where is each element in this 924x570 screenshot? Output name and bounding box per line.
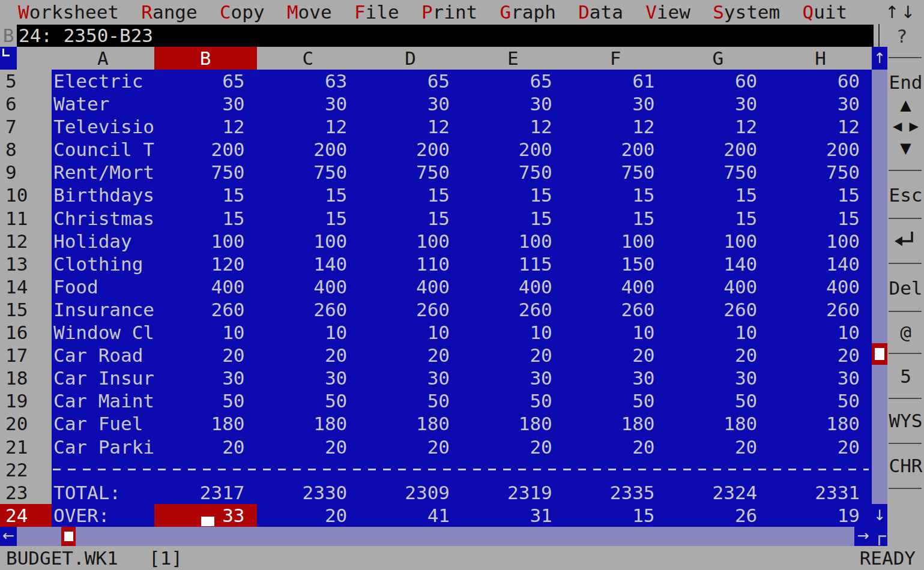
cell-B10[interactable]: 15 (154, 184, 257, 206)
cell-A20[interactable]: Car Fuel (52, 412, 154, 435)
cell-D12[interactable]: 100 (359, 230, 462, 253)
row-header-23[interactable]: 23 (0, 481, 52, 504)
cell-D19[interactable]: 50 (359, 389, 462, 412)
column-header-E[interactable]: E (462, 47, 564, 70)
cell-G20[interactable]: 180 (667, 412, 770, 435)
cell-G23[interactable]: 2324 (667, 481, 770, 504)
cell-B8[interactable]: 200 (154, 138, 257, 161)
cell-F8[interactable]: 200 (564, 138, 667, 161)
cell-A5[interactable]: Electric (52, 70, 154, 92)
cell-H11[interactable]: 15 (769, 207, 872, 230)
cell-E9[interactable]: 750 (462, 161, 564, 184)
up-arrow-button[interactable]: ▲ (887, 96, 924, 114)
cell-A23[interactable]: TOTAL: (52, 481, 154, 504)
cell-E6[interactable]: 30 (462, 92, 564, 115)
cell-H18[interactable]: 30 (769, 367, 872, 389)
cell-F21[interactable]: 20 (564, 436, 667, 458)
cell-D23[interactable]: 2309 (359, 481, 462, 504)
row-header-24[interactable]: 24 (0, 504, 52, 527)
column-header-A[interactable]: A (52, 47, 154, 70)
cell-H16[interactable]: 10 (769, 321, 872, 344)
cell-E13[interactable]: 115 (462, 253, 564, 275)
cell-D17[interactable]: 20 (359, 344, 462, 367)
cell-E19[interactable]: 50 (462, 389, 564, 412)
cell-D16[interactable]: 10 (359, 321, 462, 344)
column-header-D[interactable]: D (359, 47, 462, 70)
menu-item-range[interactable]: Range (141, 0, 197, 24)
row-header-21[interactable]: 21 (0, 436, 52, 458)
row-header-17[interactable]: 17 (0, 344, 52, 367)
cell-G21[interactable]: 20 (667, 436, 770, 458)
cell-C11[interactable]: 15 (257, 207, 360, 230)
cell-E16[interactable]: 10 (462, 321, 564, 344)
cell-D5[interactable]: 65 (359, 70, 462, 92)
cell-A24[interactable]: OVER: (52, 504, 154, 527)
cell-E20[interactable]: 180 (462, 412, 564, 435)
cell-C14[interactable]: 400 (257, 275, 360, 298)
cell-A7[interactable]: Televisio (52, 115, 154, 138)
enter-button[interactable] (893, 230, 918, 250)
cell-E11[interactable]: 15 (462, 207, 564, 230)
cell-G9[interactable]: 750 (667, 161, 770, 184)
cell-B20[interactable]: 180 (154, 412, 257, 435)
cell-B14[interactable]: 400 (154, 275, 257, 298)
cell-A8[interactable]: Council T (52, 138, 154, 161)
cell-A18[interactable]: Car Insur (52, 367, 154, 389)
menu-item-worksheet[interactable]: Worksheet (18, 0, 119, 24)
cell-C19[interactable]: 50 (257, 389, 360, 412)
cell-H8[interactable]: 200 (769, 138, 872, 161)
esc-button[interactable]: Esc (887, 184, 924, 206)
cell-B15[interactable]: 260 (154, 298, 257, 321)
cell-H5[interactable]: 60 (769, 70, 872, 92)
cell-C18[interactable]: 30 (257, 367, 360, 389)
row-header-20[interactable]: 20 (0, 412, 52, 435)
scroll-down-button[interactable]: ↓ (872, 504, 887, 527)
column-header-H[interactable]: H (769, 47, 872, 70)
cell-C17[interactable]: 20 (257, 344, 360, 367)
row-header-10[interactable]: 10 (0, 184, 52, 206)
left-right-arrow-buttons[interactable]: ◀ ▶ (887, 117, 924, 135)
menu-item-quit[interactable]: Quit (802, 0, 847, 24)
cell-A13[interactable]: Clothing (52, 253, 154, 275)
column-header-F[interactable]: F (564, 47, 667, 70)
row-header-18[interactable]: 18 (0, 367, 52, 389)
cell-C23[interactable]: 2330 (257, 481, 360, 504)
cell-D11[interactable]: 15 (359, 207, 462, 230)
row-header-6[interactable]: 6 (0, 92, 52, 115)
cell-H20[interactable]: 180 (769, 412, 872, 435)
cell-F5[interactable]: 61 (564, 70, 667, 92)
menu-item-system[interactable]: System (713, 0, 780, 24)
cell-A17[interactable]: Car Road (52, 344, 154, 367)
row-header-16[interactable]: 16 (0, 321, 52, 344)
cell-E21[interactable]: 20 (462, 436, 564, 458)
cell-A15[interactable]: Insurance (52, 298, 154, 321)
cell-F23[interactable]: 2335 (564, 481, 667, 504)
menu-item-data[interactable]: Data (578, 0, 623, 24)
cell-E14[interactable]: 400 (462, 275, 564, 298)
cell-F19[interactable]: 50 (564, 389, 667, 412)
scroll-up-button[interactable]: ↑ (872, 47, 887, 70)
cell-B13[interactable]: 120 (154, 253, 257, 275)
cell-H14[interactable]: 400 (769, 275, 872, 298)
column-header-C[interactable]: C (257, 47, 360, 70)
cell-A19[interactable]: Car Maint (52, 389, 154, 412)
cell-G6[interactable]: 30 (667, 92, 770, 115)
row-header-9[interactable]: 9 (0, 161, 52, 184)
cell-H19[interactable]: 50 (769, 389, 872, 412)
cell-H12[interactable]: 100 (769, 230, 872, 253)
cell-D18[interactable]: 30 (359, 367, 462, 389)
cell-A14[interactable]: Food (52, 275, 154, 298)
menu-item-move[interactable]: Move (287, 0, 332, 24)
cell-H13[interactable]: 140 (769, 253, 872, 275)
cell-A21[interactable]: Car Parki (52, 436, 154, 458)
cell-F16[interactable]: 10 (564, 321, 667, 344)
row-header-8[interactable]: 8 (0, 138, 52, 161)
cell-F9[interactable]: 750 (564, 161, 667, 184)
cell-D8[interactable]: 200 (359, 138, 462, 161)
cell-E18[interactable]: 30 (462, 367, 564, 389)
cell-H21[interactable]: 20 (769, 436, 872, 458)
cell-D24[interactable]: 41 (359, 504, 462, 527)
row-header-5[interactable]: 5 (0, 70, 52, 92)
cell-D15[interactable]: 260 (359, 298, 462, 321)
cell-F6[interactable]: 30 (564, 92, 667, 115)
